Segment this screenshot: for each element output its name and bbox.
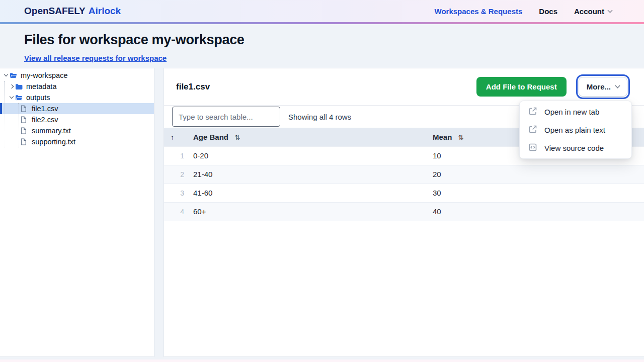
more-button[interactable]: More... — [579, 77, 627, 97]
file-header: file1.csv Add File to Request More... — [164, 68, 644, 105]
brand-logo[interactable]: OpenSAFELY Airlock — [24, 6, 121, 17]
tree-item-outputs[interactable]: outputs — [0, 92, 154, 103]
nav-links: Workspaces & Requests Docs Account — [435, 7, 612, 16]
menu-item-label: Open in new tab — [544, 108, 599, 116]
chevron-right-icon[interactable] — [8, 85, 15, 88]
open-folder-icon — [10, 72, 18, 79]
file-title: file1.csv — [176, 82, 210, 92]
tree-item-metadata[interactable]: metadata — [0, 81, 154, 92]
tree-item-supporting.txt[interactable]: supporting.txt — [0, 136, 154, 147]
chevron-down-icon — [615, 83, 620, 88]
tree-item-my-workspace[interactable]: my-workspace — [0, 70, 154, 81]
file-icon — [21, 105, 29, 112]
age-band-cell: 60+ — [189, 202, 429, 221]
menu-item-label: View source code — [544, 144, 604, 152]
account-label: Account — [574, 7, 604, 16]
more-dropdown-menu: Open in new tabOpen as plain textView so… — [519, 101, 632, 159]
table-row: 341-6030 — [164, 184, 644, 202]
table-row: 460+40 — [164, 202, 644, 221]
external-link-icon — [528, 107, 537, 117]
menu-item-open-in-new-tab[interactable]: Open in new tab — [520, 103, 631, 121]
rows-status: Showing all 4 rows — [288, 113, 351, 121]
row-number-cell: 1 — [164, 146, 189, 165]
mean-cell: 30 — [429, 184, 644, 202]
row-number-cell: 4 — [164, 202, 189, 221]
footer-strip — [0, 359, 644, 362]
view-release-requests-link[interactable]: View all release requests for workspace — [24, 54, 167, 62]
brand-secondary: Airlock — [89, 6, 121, 17]
file-icon — [21, 116, 29, 123]
mean-cell: 20 — [429, 165, 644, 184]
folder-icon — [15, 83, 23, 90]
tree-item-label: file1.csv — [32, 105, 58, 113]
column-label: Mean — [433, 133, 452, 141]
brand-primary: OpenSAFELY — [24, 6, 86, 17]
nav-link-workspaces-requests[interactable]: Workspaces & Requests — [435, 7, 523, 16]
column-header-age-band[interactable]: Age Band ⇅ — [189, 128, 429, 146]
age-band-cell: 21-40 — [189, 165, 429, 184]
column-label: Age Band — [193, 133, 228, 141]
code-icon — [528, 143, 537, 153]
sort-ascending-icon: ↑ — [164, 133, 174, 141]
tree-item-label: my-workspace — [21, 71, 67, 79]
file-icon — [21, 138, 29, 145]
row-number-cell: 3 — [164, 184, 189, 202]
menu-item-label: Open as plain text — [544, 126, 605, 134]
open-folder-icon — [15, 95, 23, 101]
page-header: Files for workspace my-workspace View al… — [0, 24, 644, 63]
navbar: OpenSAFELY Airlock Workspaces & Requests… — [0, 0, 644, 22]
chevron-down-icon[interactable] — [8, 97, 15, 98]
page-title: Files for workspace my-workspace — [24, 32, 620, 48]
row-number-cell: 2 — [164, 165, 189, 184]
sort-icon: ⇅ — [234, 134, 240, 141]
age-band-cell: 0-20 — [189, 146, 429, 165]
column-header-row-number[interactable]: ↑ — [164, 128, 189, 146]
file-icon — [21, 127, 29, 134]
tree-item-file1.csv[interactable]: file1.csv — [0, 103, 154, 114]
file-tree: my-workspacemetadataoutputsfile1.csvfile… — [0, 68, 154, 147]
age-band-cell: 41-60 — [189, 184, 429, 202]
tree-item-label: metadata — [26, 82, 56, 90]
chevron-down-icon[interactable] — [2, 75, 10, 76]
more-button-label: More... — [587, 82, 611, 91]
chevron-down-icon — [608, 8, 613, 13]
menu-item-view-source-code[interactable]: View source code — [520, 139, 631, 157]
file-browser-panel: my-workspacemetadataoutputsfile1.csvfile… — [0, 68, 154, 357]
account-menu-button[interactable]: Account — [574, 7, 612, 16]
tree-item-label: outputs — [26, 94, 50, 102]
external-link-icon — [528, 125, 537, 135]
table-row: 221-4020 — [164, 165, 644, 184]
add-file-to-request-button[interactable]: Add File to Request — [476, 77, 567, 97]
search-input[interactable] — [172, 107, 280, 127]
nav-link-docs[interactable]: Docs — [539, 7, 557, 16]
menu-item-open-as-plain-text[interactable]: Open as plain text — [520, 121, 631, 139]
tree-item-label: supporting.txt — [32, 138, 75, 146]
sort-icon: ⇅ — [458, 134, 464, 141]
tree-item-label: summary.txt — [32, 127, 71, 135]
tree-item-summary.txt[interactable]: summary.txt — [0, 125, 154, 136]
tree-item-file2.csv[interactable]: file2.csv — [0, 114, 154, 125]
tree-item-label: file2.csv — [32, 116, 58, 124]
mean-cell: 40 — [429, 202, 644, 221]
file-actions: Add File to Request More... — [476, 77, 632, 97]
